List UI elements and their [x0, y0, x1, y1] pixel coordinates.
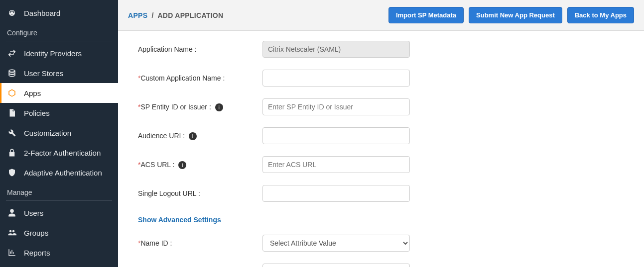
sidebar-item-identity-providers[interactable]: Identity Providers	[0, 43, 118, 63]
sidebar-item-label: Apps	[24, 89, 41, 97]
sidebar-item-adaptive-auth[interactable]: Adaptive Authentication	[0, 163, 118, 182]
info-icon[interactable]: i	[215, 103, 223, 111]
cube-icon	[7, 88, 17, 98]
row-nameid-format: NameID Format: Select NameID Format	[138, 264, 624, 267]
nameid-format-select[interactable]: Select NameID Format	[262, 264, 410, 267]
sidebar-item-dashboard[interactable]: Dashboard	[0, 3, 118, 23]
sidebar-item-label: Customization	[24, 129, 71, 137]
wrench-icon	[7, 128, 17, 138]
sp-entity-id-input[interactable]	[262, 98, 410, 115]
label-custom-application-name: *Custom Application Name :	[138, 74, 253, 82]
label-single-logout-url: Single Logout URL :	[138, 189, 253, 197]
divider	[6, 41, 112, 41]
label-audience-uri: Audience URI : i	[138, 132, 253, 140]
breadcrumb-current: ADD APPLICATION	[157, 11, 223, 19]
chart-icon	[7, 248, 17, 258]
sidebar-item-reports[interactable]: Reports	[0, 243, 118, 263]
sidebar-section-configure: Configure	[0, 23, 118, 41]
label-application-name: Application Name :	[138, 45, 253, 53]
info-icon[interactable]: i	[178, 161, 186, 169]
show-advanced-settings-link[interactable]: Show Advanced Settings	[138, 216, 221, 224]
audience-uri-input[interactable]	[262, 127, 410, 144]
sidebar-item-users[interactable]: Users	[0, 203, 118, 223]
single-logout-url-input[interactable]	[262, 185, 410, 202]
database-icon	[7, 68, 17, 78]
dashboard-icon	[7, 8, 17, 18]
sidebar-item-label: User Stores	[24, 69, 63, 78]
sidebar-item-policies[interactable]: Policies	[0, 103, 118, 123]
shield-icon	[7, 168, 17, 178]
application-name-input	[262, 41, 410, 58]
sidebar-item-2fa[interactable]: 2-Factor Authentication	[0, 143, 118, 163]
sidebar-item-apps[interactable]: Apps	[0, 83, 118, 103]
row-acs-url: *ACS URL : i	[138, 156, 624, 173]
row-audience-uri: Audience URI : i	[138, 127, 624, 144]
breadcrumb-apps-link[interactable]: APPS	[128, 11, 147, 19]
user-icon	[7, 208, 17, 218]
acs-url-input[interactable]	[262, 156, 410, 173]
group-icon	[7, 228, 17, 238]
name-id-select[interactable]: Select Attribute Value	[262, 235, 410, 252]
row-name-id: *Name ID : Select Attribute Value	[138, 235, 624, 252]
sidebar-item-label: Identity Providers	[24, 49, 82, 58]
sidebar-item-label: Reports	[24, 249, 50, 257]
sidebar-item-label: Adaptive Authentication	[24, 169, 102, 177]
sidebar-item-label: Policies	[24, 109, 50, 117]
breadcrumb-sep: /	[152, 11, 154, 19]
custom-application-name-input[interactable]	[262, 70, 410, 87]
sidebar-item-user-stores[interactable]: User Stores	[0, 63, 118, 83]
sidebar-item-groups[interactable]: Groups	[0, 223, 118, 243]
submit-new-app-request-button[interactable]: Submit New App Request	[469, 7, 562, 23]
sidebar-item-customization[interactable]: Customization	[0, 123, 118, 143]
breadcrumb: APPS / ADD APPLICATION	[128, 11, 223, 19]
sidebar-item-label: Users	[24, 209, 43, 217]
sidebar-section-manage: Manage	[0, 182, 118, 200]
document-icon	[7, 108, 17, 118]
swap-icon	[7, 48, 17, 58]
label-acs-url: *ACS URL : i	[138, 161, 253, 169]
sidebar-item-label: Dashboard	[24, 9, 60, 17]
sidebar-item-label: 2-Factor Authentication	[24, 149, 101, 157]
sidebar: Dashboard Configure Identity Providers U…	[0, 0, 118, 267]
label-name-id: *Name ID :	[138, 239, 253, 247]
row-custom-application-name: *Custom Application Name :	[138, 70, 624, 87]
label-sp-entity-id: *SP Entity ID or Issuer : i	[138, 103, 253, 111]
add-application-form: Application Name : *Custom Application N…	[118, 31, 644, 267]
divider	[6, 200, 112, 201]
row-sp-entity-id: *SP Entity ID or Issuer : i	[138, 98, 624, 115]
main-content: APPS / ADD APPLICATION Import SP Metadat…	[118, 0, 644, 267]
row-application-name: Application Name :	[138, 41, 624, 58]
info-icon[interactable]: i	[189, 132, 197, 140]
main-header: APPS / ADD APPLICATION Import SP Metadat…	[118, 0, 644, 31]
header-actions: Import SP Metadata Submit New App Reques…	[388, 7, 634, 23]
sidebar-item-label: Groups	[24, 229, 48, 237]
sidebar-item-license[interactable]: License	[0, 263, 118, 267]
import-sp-metadata-button[interactable]: Import SP Metadata	[388, 7, 464, 23]
lock-icon	[7, 148, 17, 158]
row-single-logout-url: Single Logout URL :	[138, 185, 624, 202]
back-to-my-apps-button[interactable]: Back to My Apps	[567, 7, 634, 23]
